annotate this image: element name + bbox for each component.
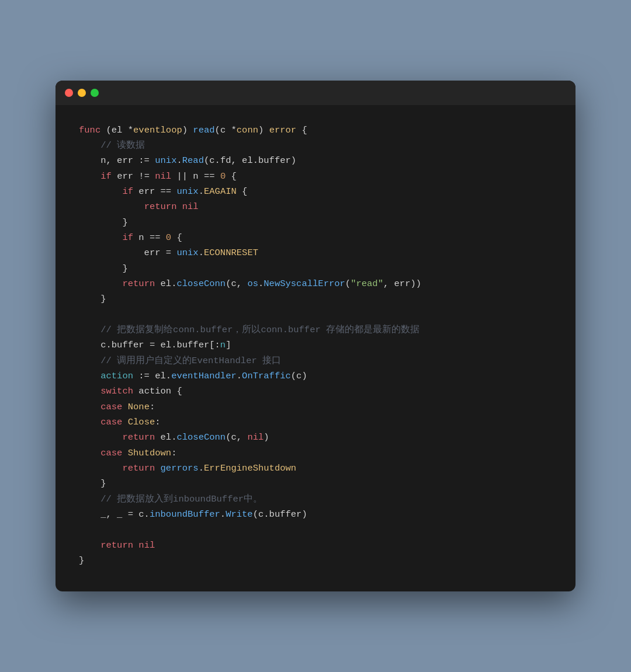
code-line-7: }	[79, 215, 552, 230]
code-line-17: switch action {	[79, 384, 552, 399]
code-editor: func (el *eventloop) read(c *conn) error…	[56, 105, 575, 592]
code-line-10: }	[79, 261, 552, 276]
code-line-26: return nil	[79, 538, 552, 553]
code-line-13: // 把数据复制给conn.buffer，所以conn.buffer 存储的都是…	[79, 322, 552, 337]
code-line-14: c.buffer = el.buffer[:n]	[79, 337, 552, 353]
code-line-16: action := el.eventHandler.OnTraffic(c)	[79, 368, 552, 384]
code-line-19: case Close:	[79, 415, 552, 430]
code-line-27: }	[79, 553, 552, 568]
code-line-11: return el.closeConn(c, os.NewSyscallErro…	[79, 276, 552, 291]
maximize-button[interactable]	[91, 89, 99, 97]
code-line-12: }	[79, 291, 552, 307]
code-line-4: if err != nil || n == 0 {	[79, 169, 552, 184]
code-line-3: n, err := unix.Read(c.fd, el.buffer)	[79, 153, 552, 168]
code-line-15: // 调用用户自定义的EventHandler 接口	[79, 353, 552, 368]
titlebar	[56, 81, 575, 105]
code-line-21: case Shutdown:	[79, 445, 552, 461]
code-line-blank2	[79, 522, 552, 537]
code-line-1: func (el *eventloop) read(c *conn) error…	[79, 123, 552, 138]
code-line-9: err = unix.ECONNRESET	[79, 245, 552, 260]
code-line-20: return el.closeConn(c, nil)	[79, 430, 552, 445]
code-line-23: }	[79, 476, 552, 491]
code-line-2: // 读数据	[79, 138, 552, 153]
code-line-5: if err == unix.EAGAIN {	[79, 184, 552, 199]
code-line-22: return gerrors.ErrEngineShutdown	[79, 461, 552, 476]
minimize-button[interactable]	[78, 89, 86, 97]
close-button[interactable]	[65, 89, 73, 97]
code-line-18: case None:	[79, 399, 552, 415]
code-line-6: return nil	[79, 199, 552, 214]
code-line-24: // 把数据放入到inboundBuffer中。	[79, 492, 552, 507]
code-line-blank1	[79, 307, 552, 322]
code-line-25: _, _ = c.inboundBuffer.Write(c.buffer)	[79, 507, 552, 522]
code-line-8: if n == 0 {	[79, 230, 552, 245]
code-window: func (el *eventloop) read(c *conn) error…	[56, 81, 575, 592]
